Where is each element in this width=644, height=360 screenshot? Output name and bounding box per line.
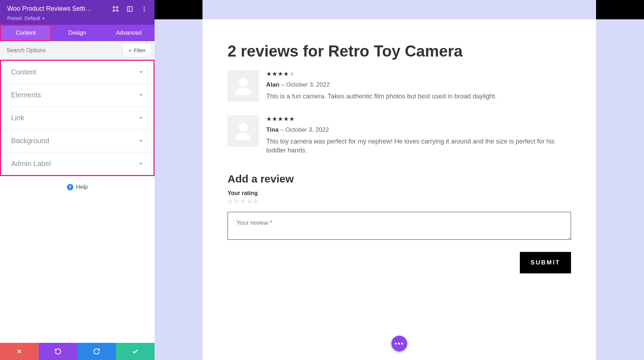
rating-input[interactable]: ☆ ☆ ☆ ☆ ☆ xyxy=(228,198,571,205)
chevron-down-icon xyxy=(138,91,143,99)
svg-point-5 xyxy=(144,10,145,11)
preview-area: 2 reviews for Retro Toy Camera ★★★★★ Ala… xyxy=(155,0,644,360)
reviews-heading: 2 reviews for Retro Toy Camera xyxy=(228,42,571,60)
review-date: October 3, 2022 xyxy=(286,81,330,88)
redo-button[interactable] xyxy=(77,343,116,360)
option-link[interactable]: Link xyxy=(1,107,153,130)
option-background[interactable]: Background xyxy=(1,130,153,152)
filter-button[interactable]: + Filter xyxy=(122,43,152,57)
footer-bar xyxy=(0,343,155,360)
svg-rect-0 xyxy=(114,7,117,10)
undo-button[interactable] xyxy=(39,343,77,360)
review-meta: Tina – October 3, 2022 xyxy=(266,126,571,133)
star-icon[interactable]: ☆ xyxy=(247,198,252,205)
svg-point-3 xyxy=(144,6,145,8)
help-icon: ? xyxy=(67,184,73,190)
review-item: ★★★★★ Alan – October 3, 2022 This is a f… xyxy=(228,70,571,102)
star-rating: ★★★★★ xyxy=(266,70,571,78)
tab-advanced[interactable]: Advanced xyxy=(103,25,155,41)
star-icon[interactable]: ☆ xyxy=(253,198,258,205)
avatar xyxy=(228,115,259,147)
svg-point-7 xyxy=(239,123,248,132)
search-row: + Filter xyxy=(0,41,155,60)
redo-icon xyxy=(93,348,100,355)
svg-point-6 xyxy=(239,78,248,87)
chevron-down-icon xyxy=(138,114,143,122)
expand-icon[interactable] xyxy=(112,6,119,12)
add-review-heading: Add a review xyxy=(228,173,571,185)
plus-icon: + xyxy=(128,47,132,53)
review-textarea[interactable] xyxy=(228,212,571,240)
check-icon xyxy=(132,348,139,355)
preview-topbar xyxy=(155,0,644,19)
svg-point-4 xyxy=(144,8,145,9)
topbar-left-block xyxy=(155,0,203,19)
preset-label: Preset: Default xyxy=(7,15,40,21)
panel-title: Woo Product Reviews Setti… xyxy=(7,5,92,13)
svg-rect-1 xyxy=(127,6,132,11)
preset-selector[interactable]: Preset: Default ▼ xyxy=(7,15,147,21)
review-text: This is a fun camera. Takes authentic fi… xyxy=(266,92,571,101)
star-icon[interactable]: ☆ xyxy=(228,198,233,205)
fab-more-button[interactable]: ••• xyxy=(391,336,407,351)
options-list: Content Elements Link Background Admin L… xyxy=(0,60,155,176)
option-admin-label[interactable]: Admin Label xyxy=(1,152,153,175)
add-review-form: Add a review Your rating ☆ ☆ ☆ ☆ ☆ SUBMI… xyxy=(228,173,571,273)
tab-content[interactable]: Content xyxy=(0,25,52,41)
star-icon[interactable]: ☆ xyxy=(234,198,239,205)
review-meta: Alan – October 3, 2022 xyxy=(266,81,571,88)
topbar-right-block xyxy=(596,0,644,19)
option-elements[interactable]: Elements xyxy=(1,84,153,107)
save-button[interactable] xyxy=(116,343,155,360)
ellipsis-icon: ••• xyxy=(394,340,404,348)
avatar xyxy=(228,70,259,102)
tab-design[interactable]: Design xyxy=(52,25,103,41)
close-icon xyxy=(16,348,23,355)
tab-bar: Content Design Advanced xyxy=(0,25,155,41)
reviews-module: 2 reviews for Retro Toy Camera ★★★★★ Ala… xyxy=(203,19,596,360)
user-icon xyxy=(233,75,254,97)
chevron-down-icon xyxy=(138,68,143,76)
review-item: ★★★★★ Tina – October 3, 2022 This toy ca… xyxy=(228,115,571,155)
review-date: October 3, 2022 xyxy=(286,126,329,133)
search-input[interactable] xyxy=(0,42,119,59)
more-icon[interactable] xyxy=(141,6,147,12)
panel-header: Woo Product Reviews Setti… Preset: Defau… xyxy=(0,0,155,25)
review-author: Tina xyxy=(266,126,279,133)
panel-layout-icon[interactable] xyxy=(127,6,133,12)
star-rating: ★★★★★ xyxy=(266,115,571,123)
chevron-down-icon xyxy=(138,160,143,168)
rating-label: Your rating xyxy=(228,190,571,196)
option-content[interactable]: Content xyxy=(1,61,153,84)
star-icon[interactable]: ☆ xyxy=(240,198,245,205)
cancel-button[interactable] xyxy=(0,343,39,360)
settings-panel: Woo Product Reviews Setti… Preset: Defau… xyxy=(0,0,155,346)
user-icon xyxy=(233,120,254,142)
chevron-down-icon xyxy=(138,137,143,145)
review-author: Alan xyxy=(266,81,279,88)
help-link[interactable]: ? Help xyxy=(0,176,155,198)
chevron-down-icon: ▼ xyxy=(42,16,45,20)
submit-button[interactable]: SUBMIT xyxy=(520,252,571,273)
undo-icon xyxy=(54,348,62,355)
review-text: This toy camera was perfect for my nephe… xyxy=(266,137,571,155)
